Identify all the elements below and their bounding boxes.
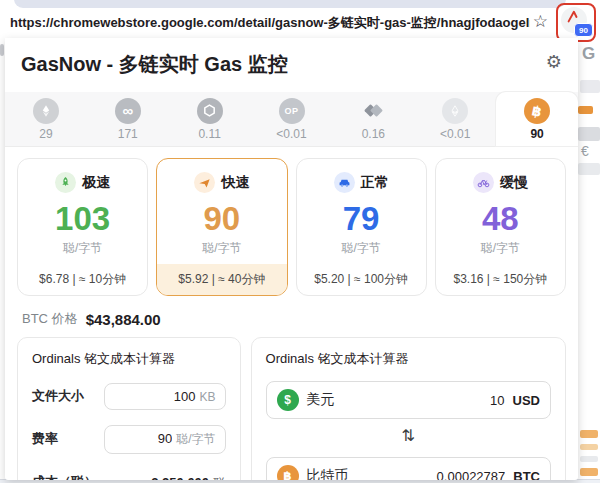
tab-gas-value: 29	[39, 127, 52, 141]
settings-gear-icon[interactable]: ⚙	[546, 51, 562, 73]
gas-value: 79	[297, 200, 426, 238]
converter-panel: Ordinals 铭文成本计算器 $ 美元 USD ⇅ ฿ 比特币 BTC ⇅	[251, 337, 566, 480]
eth-outline-icon	[442, 98, 468, 124]
popup-header: GasNow - 多链实时 Gas 监控 ⚙	[5, 38, 578, 84]
rocket-icon	[55, 172, 76, 193]
background-page-block	[578, 106, 593, 114]
cost-sats-value: 2,250,000	[151, 475, 209, 481]
extension-highlight-box: 90	[556, 3, 596, 42]
gas-unit: 聪/字节	[157, 240, 286, 257]
extension-button[interactable]: 90	[561, 7, 591, 35]
card-label: 正常	[361, 174, 389, 192]
tab-gas-value: <0.01	[440, 127, 470, 141]
usd-unit: USD	[513, 393, 540, 408]
fee-rate-input[interactable]	[114, 431, 173, 446]
tab-gas-value: 0.11	[198, 127, 220, 141]
zksync-icon	[360, 98, 386, 124]
chain-tabs: 29 ∞ 171 0.11 OP <0.01 0.16	[5, 92, 578, 147]
btc-icon: ฿	[524, 98, 550, 124]
background-page-block	[580, 444, 598, 450]
file-size-input-box: KB	[104, 383, 226, 410]
btc-price-value: $43,884.00	[86, 311, 161, 328]
usd-input[interactable]	[343, 393, 505, 408]
file-size-row: 文件大小 KB	[32, 381, 226, 411]
tab-zksync[interactable]: 0.16	[332, 92, 414, 146]
cost-sats-unit: 聪	[214, 476, 226, 481]
gas-unit: 聪/字节	[436, 240, 565, 257]
car-icon	[334, 172, 355, 193]
card-footer: $6.78 | ≈ 10分钟	[18, 264, 147, 295]
usd-label: 美元	[307, 391, 335, 409]
ordinals-calculator-panel: Ordinals 铭文成本计算器 文件大小 KB 费率 聪/字节	[17, 337, 241, 480]
gas-unit: 聪/字节	[297, 240, 426, 257]
fee-rate-unit: 聪/字节	[176, 431, 215, 448]
fee-rate-label: 费率	[32, 430, 58, 448]
gas-value: 48	[436, 200, 565, 238]
tab-polygon[interactable]: ∞ 171	[87, 92, 169, 146]
tab-ethereum[interactable]: 29	[5, 92, 87, 146]
tab-gas-value: 90	[530, 127, 543, 141]
flame-icon	[566, 10, 580, 24]
tab-arbitrum[interactable]: 0.11	[169, 92, 251, 146]
btc-unit: BTC	[513, 469, 540, 481]
polygon-icon: ∞	[115, 98, 141, 124]
panel-title: Ordinals 铭文成本计算器	[32, 350, 226, 368]
url-bar[interactable]: https://chromewebstore.google.com/detail…	[0, 8, 600, 38]
background-page-block	[580, 468, 598, 476]
dollar-icon: $	[277, 389, 299, 411]
eth-icon	[33, 98, 59, 124]
btc-input[interactable]	[357, 469, 506, 481]
card-footer: $3.16 | ≈ 150分钟	[436, 264, 565, 295]
tab-gas-value: <0.01	[276, 127, 306, 141]
card-footer: $5.20 | ≈ 100分钟	[297, 264, 426, 295]
browser-tab-strip	[14, 0, 566, 8]
background-page-block	[580, 80, 600, 93]
background-page-letter: €	[581, 143, 589, 159]
cost-sats-label: 成本（聪）	[32, 473, 97, 480]
btc-price-label: BTC 价格	[22, 310, 78, 328]
fee-rate-row: 费率 聪/字节	[32, 424, 226, 454]
gas-value: 90	[157, 200, 286, 238]
tab-optimism[interactable]: OP <0.01	[251, 92, 333, 146]
bitcoin-icon: ฿	[277, 465, 299, 480]
card-label: 快速	[221, 174, 249, 192]
gas-value: 103	[18, 200, 147, 238]
btc-price-row: BTC 价格 $43,884.00	[5, 300, 578, 335]
screen: G € https://chromewebstore.google.com/de…	[0, 0, 600, 483]
file-size-label: 文件大小	[32, 387, 84, 405]
bookmark-star-icon[interactable]: ☆	[533, 11, 548, 32]
background-page-block	[578, 163, 600, 175]
panels: Ordinals 铭文成本计算器 文件大小 KB 费率 聪/字节	[5, 335, 578, 480]
card-normal[interactable]: 正常 79 聪/字节 $5.20 | ≈ 100分钟	[296, 158, 427, 296]
background-page-block	[578, 127, 600, 141]
popup-title: GasNow - 多链实时 Gas 监控	[21, 51, 562, 78]
usd-row: $ 美元 USD	[266, 381, 551, 419]
background-page-block	[580, 430, 598, 438]
panel-title: Ordinals 铭文成本计算器	[266, 350, 551, 368]
card-label: 缓慢	[500, 174, 528, 192]
tab-gas-value: 171	[118, 127, 138, 141]
card-fastest[interactable]: 极速 103 聪/字节 $6.78 | ≈ 10分钟	[17, 158, 148, 296]
plane-icon	[194, 172, 215, 193]
tab-bitcoin[interactable]: ฿ 90	[496, 92, 578, 146]
card-footer: $5.92 | ≈ 40分钟	[157, 264, 286, 295]
gasnow-popup: GasNow - 多链实时 Gas 监控 ⚙ 29 ∞ 171 0.11	[5, 38, 578, 480]
background-page-block	[580, 456, 598, 462]
cost-sats-row: 成本（聪） 2,250,000 聪	[32, 467, 226, 480]
url-text[interactable]: https://chromewebstore.google.com/detail…	[10, 14, 530, 32]
extension-badge: 90	[574, 23, 593, 37]
tab-ethereum-2[interactable]: <0.01	[414, 92, 496, 146]
card-slow[interactable]: 缓慢 48 聪/字节 $3.16 | ≈ 150分钟	[435, 158, 566, 296]
card-label: 极速	[82, 174, 110, 192]
optimism-icon: OP	[279, 98, 305, 124]
btc-label: 比特币	[307, 467, 349, 480]
background-page-letter: G	[582, 44, 595, 64]
file-size-input[interactable]	[114, 389, 196, 404]
tab-gas-value: 0.16	[362, 127, 385, 141]
file-size-unit: KB	[200, 390, 216, 404]
swap-icon[interactable]: ⇅	[266, 428, 551, 444]
card-fast-selected[interactable]: 快速 90 聪/字节 $5.92 | ≈ 40分钟	[156, 158, 287, 296]
fee-rate-input-box: 聪/字节	[104, 425, 226, 454]
gas-unit: 聪/字节	[18, 240, 147, 257]
bicycle-icon	[473, 172, 494, 193]
